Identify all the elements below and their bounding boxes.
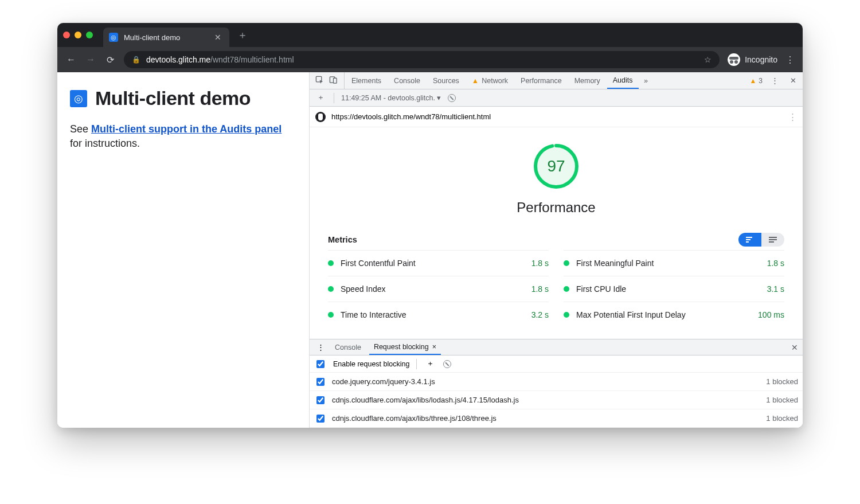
tab-console[interactable]: Console [388,72,426,89]
divider [334,93,334,103]
clear-audits-button[interactable] [448,94,456,102]
metrics-view-toggle [738,233,784,247]
more-tabs-button[interactable]: » [640,77,652,85]
add-pattern-button[interactable]: ＋ [424,359,436,369]
tab-elements[interactable]: Elements [346,72,387,89]
drawer-tab-label: Request blocking [374,343,429,351]
tab-close-button[interactable]: ✕ [214,33,221,42]
metrics-view-expanded-button[interactable] [761,233,784,247]
tab-sources[interactable]: Sources [427,72,465,89]
tab-memory[interactable]: Memory [569,72,606,89]
browser-window: Multi-client demo ✕ ＋ ← → ⟳ 🔒 devtools.g… [57,23,803,428]
tab-title: Multi-client demo [124,33,180,42]
metric-name: Time to Interactive [341,310,406,319]
metric-row[interactable]: First Contentful Paint 1.8 s [328,250,549,276]
metric-name: Max Potential First Input Delay [576,310,686,319]
device-toolbar-icon[interactable] [327,76,339,86]
blocked-url: code.jquery.com/jquery-3.4.1.js [332,377,435,386]
status-dot-icon [564,286,569,292]
block-pattern-checkbox[interactable] [316,378,325,386]
warnings-count: 3 [759,77,763,85]
tab-network[interactable]: ▲ Network [466,72,514,89]
toolbar: ← → ⟳ 🔒 devtools.glitch.me/wndt78/multic… [57,47,803,72]
page-lead: See Multi-client support in the Audits p… [70,122,296,151]
metric-row[interactable]: Max Potential First Input Delay 100 ms [564,302,784,327]
devtools-panel: Elements Console Sources ▲ Network Perfo… [310,72,803,428]
tab-audits[interactable]: Audits [607,72,639,89]
audits-toolbar: ＋ 11:49:25 AM - devtools.glitch. ▾ [310,89,803,107]
bookmark-star-icon[interactable]: ☆ [704,55,712,64]
drawer-tabbar: ⋮ Console Request blocking × ✕ [310,339,803,355]
enable-request-blocking-checkbox[interactable] [316,360,325,368]
close-window-button[interactable] [63,32,70,38]
dropdown-caret-icon: ▾ [437,94,441,102]
drawer-tab-console[interactable]: Console [330,339,366,355]
metric-row[interactable]: First Meaningful Paint 1.8 s [564,250,784,276]
window-controls [63,32,99,38]
blocked-count: 1 blocked [766,377,798,386]
back-button[interactable]: ← [65,54,77,65]
address-bar[interactable]: 🔒 devtools.glitch.me/wndt78/multiclient.… [124,51,720,68]
metric-row[interactable]: Speed Index 1.8 s [328,276,549,302]
status-dot-icon [328,312,334,318]
divider [416,359,417,369]
blocked-request-row[interactable]: code.jquery.com/jquery-3.4.1.js 1 blocke… [310,373,803,391]
url-path: /wndt78/multiclient.html [210,55,294,64]
devtools-close-button[interactable]: ✕ [787,76,799,85]
audit-url-row: https://devtools.glitch.me/wndt78/multic… [310,107,803,127]
incognito-indicator[interactable]: Incognito [728,53,777,66]
audit-timestamp-select[interactable]: 11:49:25 AM - devtools.glitch. ▾ [341,93,441,102]
audits-report: 97 Performance Metrics [310,127,803,339]
block-pattern-checkbox[interactable] [316,415,325,423]
blocked-url: cdnjs.cloudflare.com/ajax/libs/three.js/… [332,414,497,423]
svg-rect-2 [333,78,337,83]
metric-row[interactable]: First CPU Idle 3.1 s [564,276,784,302]
metric-value: 100 ms [758,310,784,319]
devtools-tabbar: Elements Console Sources ▲ Network Perfo… [310,72,803,89]
drawer-tab-close-icon[interactable]: × [432,343,436,351]
warnings-badge[interactable]: ▲ 3 [749,77,763,85]
forward-button[interactable]: → [85,54,96,65]
metric-name: First Contentful Paint [341,259,416,268]
browser-menu-button[interactable]: ⋮ [785,54,795,65]
metrics-view-compact-button[interactable] [738,233,761,247]
page-logo-icon: ◎ [70,90,87,107]
request-blocking-toolbar: Enable request blocking ＋ [310,355,803,373]
metric-name: Speed Index [341,284,386,294]
metric-value: 3.2 s [531,310,549,319]
content-area: ◎ Multi-client demo See Multi-client sup… [57,72,803,428]
drawer-close-button[interactable]: ✕ [791,343,798,352]
block-pattern-checkbox[interactable] [316,396,325,404]
maximize-window-button[interactable] [86,32,93,38]
metrics-grid: First Contentful Paint 1.8 s First Meani… [310,250,803,334]
tab-network-label: Network [482,77,508,85]
remove-all-patterns-button[interactable] [443,360,451,368]
metric-name: First CPU Idle [576,284,626,294]
favicon-icon [109,33,118,42]
browser-tab[interactable]: Multi-client demo ✕ [103,28,229,47]
metric-row[interactable]: Time to Interactive 3.2 s [328,302,549,327]
drawer-tab-request-blocking[interactable]: Request blocking × [369,339,441,355]
metrics-heading: Metrics [328,235,357,244]
page-link[interactable]: Multi-client support in the Audits panel [91,123,282,135]
reload-button[interactable]: ⟳ [104,54,116,65]
blocked-count: 1 blocked [766,396,798,404]
url-host: devtools.glitch.me [146,55,210,64]
inspect-element-icon[interactable] [313,76,326,86]
metric-value: 1.8 s [531,259,549,268]
performance-gauge: 97 [532,142,580,190]
audit-timestamp-label: 11:49:25 AM - devtools.glitch. [341,94,435,102]
devtools-settings-button[interactable]: ⋮ [768,76,781,85]
enable-request-blocking-label: Enable request blocking [333,360,409,368]
blocked-request-row[interactable]: cdnjs.cloudflare.com/ajax/libs/three.js/… [310,409,803,428]
audit-url-menu-button[interactable]: ⋮ [788,112,797,122]
devtools-drawer: ⋮ Console Request blocking × ✕ Enable re… [310,339,803,428]
blocked-request-row[interactable]: cdnjs.cloudflare.com/ajax/libs/lodash.js… [310,391,803,409]
drawer-menu-button[interactable]: ⋮ [314,343,327,351]
metric-name: First Meaningful Paint [576,259,654,268]
new-tab-button[interactable]: ＋ [234,28,251,42]
tab-performance[interactable]: Performance [515,72,568,89]
new-audit-button[interactable]: ＋ [314,93,327,103]
minimize-window-button[interactable] [75,32,81,38]
metric-value: 3.1 s [767,284,784,294]
